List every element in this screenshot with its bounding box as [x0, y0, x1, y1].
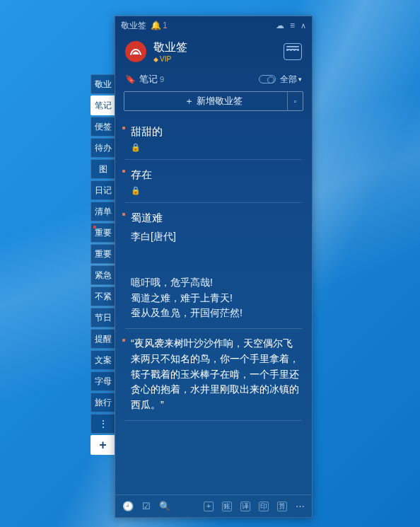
lock-icon: 🔒 [131, 143, 301, 152]
sidebar-item-0[interactable]: 敬业 [91, 74, 115, 94]
footer-btn-1[interactable]: 译 [240, 502, 250, 511]
checklist-icon[interactable]: ☑ [142, 501, 151, 511]
sidebar-item-8[interactable]: 重要 [91, 244, 115, 264]
sidebar-more[interactable]: ⋮ [91, 414, 115, 434]
collapse-icon[interactable]: ∧ [301, 21, 306, 30]
sidebar-item-13[interactable]: 文案 [91, 350, 115, 370]
sidebar-item-6[interactable]: 清单 [91, 202, 115, 221]
chevron-down-icon: ▾ [298, 76, 302, 83]
sidebar-item-3[interactable]: 待办 [91, 138, 115, 158]
app-header: 敬业签 VIP [115, 35, 312, 70]
footer-btn-0[interactable]: 账 [222, 502, 232, 511]
app-name: 敬业签 [153, 40, 187, 55]
footer-toolbar: 🕘 ☑ 🔍 + 账 译 印 算 ⋯ [115, 494, 312, 517]
sidebar-item-2[interactable]: 便签 [91, 117, 115, 137]
note-title: 甜甜的 [131, 124, 301, 139]
sidebar-item-12[interactable]: 提醒 [91, 329, 115, 349]
note-title: 蜀道难 [131, 210, 301, 225]
note-item[interactable]: 存在 🔒 [125, 160, 302, 203]
lock-icon: 🔒 [131, 186, 301, 195]
filter-dropdown[interactable]: 全部 ▾ [280, 74, 302, 86]
app-logo-icon [125, 41, 146, 62]
add-note-more[interactable]: ▫ [287, 92, 303, 110]
footer-btn-2[interactable]: 印 [259, 502, 269, 511]
note-body: 李白[唐代] 噫吁哦，危乎高哉! 蜀道之难，难于上青天! 蚕从及鱼凫，开国何茫然… [131, 229, 301, 321]
menu-icon[interactable]: ≡ [290, 21, 295, 30]
bell-icon[interactable]: 🔔 [151, 21, 161, 30]
notes-list[interactable]: 甜甜的 🔒 存在 🔒 蜀道难 李白[唐代] 噫吁哦，危乎高哉! 蜀道之难，难于上… [115, 117, 312, 494]
notification-count: 1 [163, 21, 168, 30]
footer-more-icon[interactable]: ⋯ [296, 501, 305, 511]
category-sidebar: 敬业 笔记 便签 待办 图 日记 清单 重要 重要 紧急 不紧 节日 提醒 文案… [91, 74, 115, 456]
sidebar-item-1[interactable]: 笔记 [91, 95, 115, 115]
sidebar-item-5[interactable]: 日记 [91, 180, 115, 200]
section-label: 笔记 [139, 73, 158, 86]
sidebar-item-10[interactable]: 不紧 [91, 286, 115, 306]
app-window: 敬业签 🔔 1 ☁ ≡ ∧ 敬业签 VIP 🔖 笔记 9 全部 ▾ [115, 16, 313, 518]
note-quote: “夜风袭来树叶沙沙作响，天空偶尔飞来两只不知名的鸟，你一个手里拿着，筷子戳着的玉… [131, 336, 301, 412]
bookmark-icon: 🔖 [125, 74, 136, 84]
section-count: 9 [160, 75, 164, 83]
note-item[interactable]: 蜀道难 李白[唐代] 噫吁哦，危乎高哉! 蜀道之难，难于上青天! 蚕从及鱼凫，开… [125, 203, 302, 329]
titlebar-title: 敬业签 [121, 20, 146, 32]
note-title: 存在 [131, 167, 301, 182]
sidebar-item-15[interactable]: 旅行 [91, 393, 115, 412]
vip-badge: VIP [153, 55, 187, 63]
search-icon[interactable]: 🔍 [159, 501, 170, 511]
calendar-icon[interactable] [284, 43, 302, 60]
add-footer-button[interactable]: + [204, 502, 214, 511]
note-item[interactable]: “夜风袭来树叶沙沙作响，天空偶尔飞来两只不知名的鸟，你一个手里拿着，筷子戳着的玉… [125, 329, 302, 420]
footer-btn-3[interactable]: 算 [277, 502, 287, 511]
section-bar: 🔖 笔记 9 全部 ▾ [115, 70, 312, 88]
add-note-button[interactable]: ＋ 新增敬业签 ▫ [124, 91, 303, 111]
sidebar-item-9[interactable]: 紧急 [91, 265, 115, 285]
sync-icon[interactable]: ☁ [276, 21, 284, 30]
history-icon[interactable]: 🕘 [122, 501, 134, 511]
sidebar-item-4[interactable]: 图 [91, 159, 115, 179]
sidebar-item-14[interactable]: 字母 [91, 371, 115, 391]
plus-icon: ＋ [185, 95, 194, 108]
note-item[interactable]: 甜甜的 🔒 [125, 117, 302, 160]
view-toggle[interactable] [259, 75, 276, 83]
sidebar-item-11[interactable]: 节日 [91, 308, 115, 328]
sidebar-add[interactable]: + [91, 435, 115, 455]
sidebar-item-7[interactable]: 重要 [91, 223, 115, 243]
titlebar: 敬业签 🔔 1 ☁ ≡ ∧ [115, 16, 312, 35]
